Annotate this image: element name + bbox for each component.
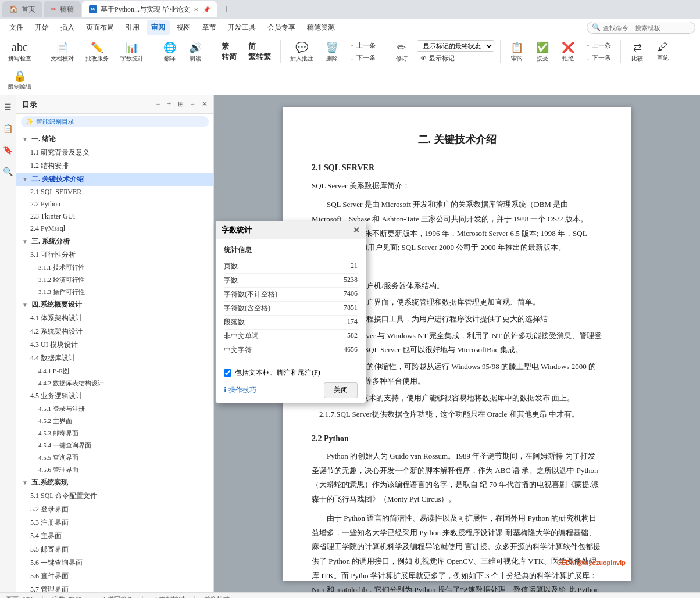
toc-item[interactable]: 4.3 UI 模块设计: [16, 338, 213, 352]
include-textbox-check[interactable]: [224, 369, 231, 377]
menu-chapter[interactable]: 章节: [198, 20, 221, 35]
tab-home[interactable]: 🏠 首页: [2, 1, 42, 17]
toc-item[interactable]: 4.5.5 查询界面: [16, 452, 213, 464]
pen-btn[interactable]: 🖊 画笔: [652, 40, 673, 63]
toc-item[interactable]: 4.4.1 E-R图: [16, 365, 213, 377]
next-btn[interactable]: ↓ 下一条: [583, 52, 615, 63]
spell-check-btn[interactable]: abc 拼写检查: [5, 40, 35, 64]
revision-service-btn[interactable]: ✏️ 批改服务: [82, 40, 112, 64]
menu-view[interactable]: 视图: [172, 20, 195, 35]
toc-item[interactable]: ▼三. 系统分析: [16, 235, 213, 248]
toc-item[interactable]: 5.7 管理界面: [16, 583, 213, 592]
toc-item[interactable]: 3.1.3 操作可行性: [16, 286, 213, 298]
toc-item[interactable]: 4.4.2 数据库表结构设计: [16, 377, 213, 389]
left-panel-bookmark-icon[interactable]: 🔖: [1, 143, 15, 157]
toc-toggle-icon[interactable]: ▼: [22, 136, 28, 142]
menu-review[interactable]: 审阅: [147, 20, 170, 35]
doc-proofread-btn[interactable]: 📄 文档校对: [47, 40, 77, 64]
next-comment-btn[interactable]: ↓ 下一条: [347, 52, 379, 63]
prev-btn[interactable]: ↑ 上一条: [583, 40, 615, 51]
tab-close-icon[interactable]: ✕: [194, 6, 198, 13]
sidebar-grid-btn[interactable]: ⊞: [176, 99, 186, 110]
toc-item[interactable]: 5.6 查件界面: [16, 570, 213, 583]
translate-btn[interactable]: 🌐 翻译: [159, 40, 180, 64]
dialog-close-btn[interactable]: ✕: [353, 225, 360, 235]
restrict-btn[interactable]: 🔒 限制编辑: [5, 69, 35, 92]
toc-item[interactable]: 4.5.1 登录与注册: [16, 403, 213, 415]
toc-item[interactable]: 2.3 Tkinter GUI: [16, 210, 213, 223]
sidebar-collapse-btn[interactable]: −: [154, 99, 163, 110]
sidebar-close-btn[interactable]: ✕: [202, 100, 208, 109]
toc-item[interactable]: 5.6 一键查询界面: [16, 556, 213, 570]
toc-item[interactable]: 2.2 Python: [16, 198, 213, 210]
toc-item[interactable]: 5.1 SQL 命令配置文件: [16, 489, 213, 503]
include-textbox-checkbox[interactable]: 包括文本框、脚注和尾注(F): [224, 368, 358, 378]
show-markup-btn[interactable]: 👁 显示标记: [417, 53, 458, 64]
new-tab-button[interactable]: +: [218, 1, 234, 17]
toc-item[interactable]: 4.5 业务逻辑设计: [16, 389, 213, 403]
toc-item[interactable]: 5.4 主界面: [16, 529, 213, 543]
toc-item-label: 4.5 业务逻辑设计: [30, 391, 83, 401]
menu-insert[interactable]: 插入: [56, 20, 79, 35]
toc-item[interactable]: 3.1 可行性分析: [16, 248, 213, 262]
toc-item[interactable]: 4.2 系统架构设计: [16, 325, 213, 338]
menu-search-input[interactable]: [603, 24, 690, 31]
left-panel-nav-icon[interactable]: ☰: [2, 100, 14, 114]
toc-item[interactable]: 3.1.2 经济可行性: [16, 274, 213, 286]
sidebar-minus-btn[interactable]: −: [188, 99, 197, 110]
toc-toggle-icon[interactable]: ▼: [22, 238, 28, 245]
toc-item[interactable]: ▼一. 绪论: [16, 133, 213, 146]
left-panel-clipboard-icon[interactable]: 📋: [1, 121, 15, 136]
toc-item[interactable]: ▼四.系统概要设计: [16, 298, 213, 311]
word-count-btn[interactable]: 📊 字数统计: [117, 40, 147, 64]
markup-state-dropdown[interactable]: 显示标记的最终状态: [417, 40, 494, 52]
sidebar-expand-btn[interactable]: +: [165, 99, 173, 110]
toc-item[interactable]: 5.2 登录界面: [16, 503, 213, 516]
toc-item[interactable]: 5.3 注册界面: [16, 516, 213, 529]
reject-btn[interactable]: ❌ 拒绝: [558, 40, 578, 64]
menu-start[interactable]: 开始: [30, 20, 53, 35]
toc-item[interactable]: 4.5.6 管理界面: [16, 464, 213, 476]
toc-item[interactable]: 4.4 数据库设计: [16, 352, 213, 365]
toc-item[interactable]: 3.1.1 技术可行性: [16, 262, 213, 274]
menu-search-box[interactable]: 🔍: [587, 22, 695, 34]
menu-layout[interactable]: 页面布局: [81, 20, 119, 35]
tab-pin-icon[interactable]: 📌: [203, 6, 210, 13]
menu-vip[interactable]: 会员专享: [263, 20, 300, 35]
tips-link[interactable]: ℹ 操作技巧: [224, 385, 256, 395]
toc-item[interactable]: ▼五.系统实现: [16, 476, 213, 489]
doc-body-2-2-1: Python 的创始人为 Guido van Rossum。1989 年圣诞节期…: [312, 449, 602, 507]
toc-item[interactable]: 2.4 PyMssql: [16, 223, 213, 235]
track-changes-btn[interactable]: ✏ 修订: [391, 40, 412, 64]
compare-btn[interactable]: ⇄ 比较: [627, 40, 648, 64]
simp-to-trad-btn[interactable]: 简繁转繁: [245, 40, 274, 64]
toc-item[interactable]: 5.5 邮寄界面: [16, 543, 213, 556]
menu-draft-resource[interactable]: 稿笔资源: [302, 20, 340, 35]
menu-file[interactable]: 文件: [5, 20, 28, 35]
delete-comment-btn[interactable]: 🗑️ 删除: [322, 40, 342, 64]
review-btn[interactable]: 📋 审阅: [506, 40, 527, 64]
toc-item[interactable]: 4.1 体系架构设计: [16, 311, 213, 325]
menu-reference[interactable]: 引用: [121, 20, 144, 35]
toc-toggle-icon[interactable]: ▼: [22, 479, 28, 486]
toc-item[interactable]: 4.5.3 邮寄界面: [16, 427, 213, 439]
prev-comment-btn[interactable]: ↑ 上一条: [347, 40, 379, 51]
toc-item[interactable]: 2.1 SQL SERVER: [16, 186, 213, 198]
toc-item[interactable]: 4.5.4 一键查询界面: [16, 439, 213, 452]
toc-toggle-icon[interactable]: ▼: [22, 302, 28, 308]
toc-item[interactable]: 4.5.2 主界面: [16, 415, 213, 427]
toc-toggle-icon[interactable]: ▼: [22, 176, 28, 182]
toc-item[interactable]: ▼二. 关键技术介绍: [16, 173, 213, 186]
toc-item[interactable]: 1.1 研究背景及意义: [16, 146, 213, 159]
accept-btn[interactable]: ✅ 接受: [532, 40, 553, 64]
tab-draft[interactable]: ✏ 稿稿: [44, 1, 81, 17]
left-panel-search-icon[interactable]: 🔍: [1, 164, 15, 179]
toc-item[interactable]: 1.2 结构安排: [16, 159, 213, 173]
read-aloud-btn[interactable]: 🔊 朗读: [185, 40, 206, 64]
tab-home-label: 首页: [22, 5, 35, 15]
dialog-close-button[interactable]: 关闭: [324, 382, 358, 398]
insert-comment-btn[interactable]: 💬 插入批注: [287, 40, 317, 64]
trad-to-simp-btn[interactable]: 繁转简: [218, 40, 240, 64]
tab-document[interactable]: W 基于Python...与实现 毕业论文 ✕ 📌: [82, 1, 217, 17]
menu-devtools[interactable]: 开发工具: [223, 20, 260, 35]
